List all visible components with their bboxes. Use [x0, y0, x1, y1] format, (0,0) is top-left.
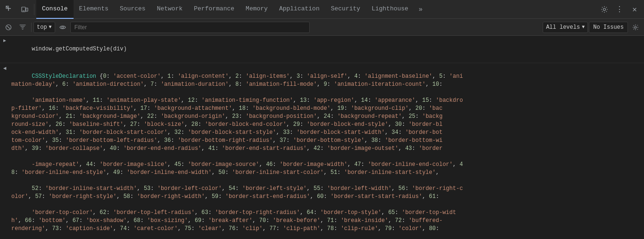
tab-security[interactable]: Security [325, 0, 366, 19]
tab-sources[interactable]: Sources [114, 0, 151, 19]
more-options-button[interactable]: ⋮ [612, 2, 627, 17]
close-devtools-button[interactable]: ✕ [627, 2, 642, 17]
device-toolbar-button[interactable] [17, 2, 32, 17]
top-nav-bar: Console Elements Sources Network Perform… [0, 0, 644, 19]
clear-console-button[interactable] [2, 21, 15, 34]
console-output: ▶ window.getComputedStyle(div) ◀ CSSStyl… [0, 36, 644, 239]
toolbar-divider-1 [31, 23, 32, 32]
svg-line-6 [7, 26, 10, 29]
tab-memory[interactable]: Memory [240, 0, 273, 19]
svg-point-8 [635, 26, 636, 28]
issues-label: No Issues [593, 24, 624, 31]
console-result-text: CSSStyleDeclaration {0: 'accent-color', … [9, 64, 644, 239]
svg-rect-2 [26, 8, 28, 11]
svg-point-7 [62, 26, 64, 28]
tab-performance[interactable]: Performance [188, 0, 240, 19]
tab-application[interactable]: Application [273, 0, 325, 19]
context-dropdown-icon: ▼ [49, 25, 52, 30]
settings-button[interactable] [597, 2, 612, 17]
more-tabs-button[interactable]: » [414, 3, 427, 16]
console-result-row: ◀ CSSStyleDeclaration {0: 'accent-color'… [0, 63, 644, 239]
tab-network[interactable]: Network [151, 0, 189, 19]
console-settings-button[interactable] [629, 21, 642, 34]
back-arrow-icon: ◀ [0, 64, 9, 71]
filter-toggle-button[interactable] [16, 21, 29, 34]
issues-button[interactable]: No Issues [589, 22, 628, 33]
tab-lighthouse[interactable]: Lighthouse [366, 0, 414, 19]
console-command-row: ▶ window.getComputedStyle(div) [0, 36, 644, 63]
nav-divider-1 [34, 4, 34, 15]
log-levels-selector[interactable]: All levels ▼ [543, 22, 588, 33]
expand-icon[interactable]: ▶ [0, 37, 9, 43]
tab-elements[interactable]: Elements [74, 0, 114, 19]
console-toolbar: top ▼ All levels ▼ No Issues [0, 19, 644, 36]
svg-point-4 [603, 8, 606, 10]
levels-dropdown-icon: ▼ [582, 25, 585, 30]
levels-label: All levels [546, 24, 580, 31]
filter-input[interactable] [70, 22, 310, 33]
context-label: top [37, 24, 47, 31]
console-command-text: window.getComputedStyle(div) [9, 37, 644, 62]
eye-button[interactable] [56, 21, 69, 34]
context-selector[interactable]: top ▼ [33, 22, 55, 33]
inspect-element-button[interactable] [2, 2, 17, 17]
tab-console[interactable]: Console [36, 0, 74, 19]
